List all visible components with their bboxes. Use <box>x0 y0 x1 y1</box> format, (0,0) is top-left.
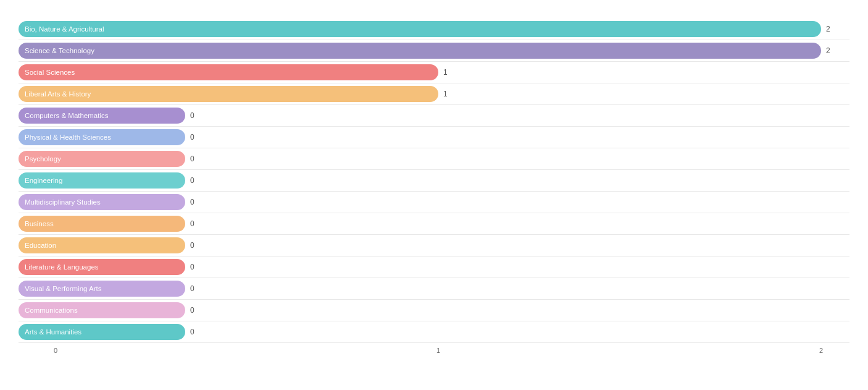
bar-row: Education0 <box>19 235 849 256</box>
bar-label: Physical & Health Sciences <box>19 132 117 143</box>
bar-label: Communications <box>19 305 84 316</box>
bar-row: Business0 <box>19 213 849 235</box>
bar-row: Visual & Performing Arts0 <box>19 278 849 300</box>
bar-value: 2 <box>826 46 830 55</box>
bar-label: Liberal Arts & History <box>19 88 97 100</box>
bar-label: Engineering <box>19 175 69 186</box>
bar-row: Arts & Humanities0 <box>19 321 849 343</box>
bar-row: Computers & Mathematics0 <box>19 105 849 127</box>
bar-value: 1 <box>443 90 448 98</box>
chart-area: Bio, Nature & Agricultural2Science & Tec… <box>19 19 849 359</box>
bar-value: 0 <box>190 284 194 293</box>
bar-label: Literature & Languages <box>19 261 105 273</box>
bar-row: Science & Technology2 <box>19 40 849 62</box>
bar-value: 0 <box>190 133 194 142</box>
x-tick: 2 <box>819 347 823 354</box>
x-tick: 1 <box>436 347 440 354</box>
x-axis: 012 <box>19 347 849 359</box>
bar-label: Psychology <box>19 153 67 164</box>
bar-row: Communications0 <box>19 300 849 321</box>
bar-value: 0 <box>190 263 194 271</box>
bar-row: Multidisciplinary Studies0 <box>19 192 849 213</box>
bar-value: 0 <box>190 155 194 163</box>
bar-label: Bio, Nature & Agricultural <box>19 23 110 35</box>
bar-value: 0 <box>190 241 194 250</box>
x-tick: 0 <box>54 347 57 354</box>
bar-label: Business <box>19 218 60 229</box>
bar-label: Education <box>19 240 62 251</box>
bar-label: Arts & Humanities <box>19 326 88 337</box>
bar-row: Physical & Health Sciences0 <box>19 127 849 148</box>
bar-label: Multidisciplinary Studies <box>19 197 107 208</box>
bar-value: 0 <box>190 176 194 185</box>
bar-value: 0 <box>190 198 194 206</box>
bar-label: Computers & Mathematics <box>19 110 115 121</box>
bar-value: 2 <box>826 25 830 33</box>
bar-value: 1 <box>443 68 448 77</box>
bar-row: Literature & Languages0 <box>19 256 849 278</box>
bar-row: Engineering0 <box>19 170 849 192</box>
bar-row: Bio, Nature & Agricultural2 <box>19 19 849 40</box>
bar-row: Social Sciences1 <box>19 62 849 83</box>
bar-row: Psychology0 <box>19 148 849 170</box>
bar-value: 0 <box>190 306 194 315</box>
bar-value: 0 <box>190 111 194 120</box>
bar-label: Social Sciences <box>19 67 81 78</box>
bar-row: Liberal Arts & History1 <box>19 83 849 105</box>
bar-value: 0 <box>190 219 194 228</box>
bar-label: Science & Technology <box>19 45 101 56</box>
bar-label: Visual & Performing Arts <box>19 283 107 294</box>
bar-value: 0 <box>190 328 194 336</box>
